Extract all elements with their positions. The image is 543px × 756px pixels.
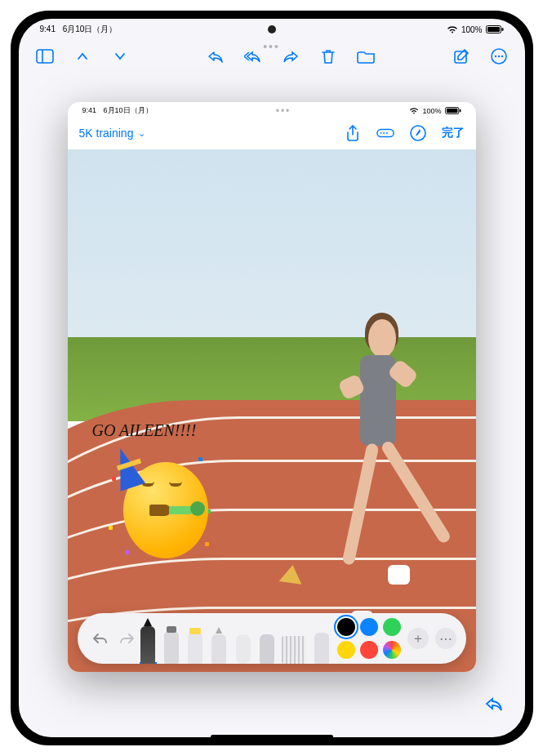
color-red[interactable] xyxy=(360,641,378,659)
compose-icon[interactable] xyxy=(452,47,471,66)
marker-tool[interactable] xyxy=(163,626,180,664)
track-arrow xyxy=(278,563,304,585)
next-message-icon[interactable] xyxy=(110,47,130,66)
party-face-emoji[interactable] xyxy=(109,452,215,558)
more-icon[interactable] xyxy=(489,47,509,66)
color-yellow[interactable] xyxy=(337,641,355,659)
redo-button[interactable] xyxy=(117,629,136,648)
reply-all-icon[interactable] xyxy=(243,47,263,66)
palette-more-button[interactable]: ⋯ xyxy=(435,628,456,649)
svg-rect-2 xyxy=(501,28,503,31)
autoshape-icon[interactable] xyxy=(376,124,394,142)
document-title-button[interactable]: 5K training ⌄ xyxy=(79,127,146,140)
eraser-tool[interactable] xyxy=(234,631,251,664)
color-wells xyxy=(337,618,401,659)
svg-point-15 xyxy=(383,132,385,134)
svg-rect-12 xyxy=(459,109,461,113)
fg-date: 6月10日（月） xyxy=(104,106,153,114)
ruler-tool[interactable] xyxy=(282,631,306,664)
svg-rect-3 xyxy=(37,50,53,63)
bg-reply-icon[interactable] xyxy=(484,696,504,713)
prev-message-icon[interactable] xyxy=(73,47,92,66)
fg-wifi-icon xyxy=(409,107,419,114)
fg-battery-icon xyxy=(445,107,461,114)
color-black[interactable] xyxy=(337,618,355,636)
color-picker-button[interactable] xyxy=(383,641,401,659)
undo-button[interactable] xyxy=(91,629,110,648)
add-button[interactable]: ＋ xyxy=(407,628,429,649)
fg-battery-pct: 100% xyxy=(422,107,441,115)
fg-multitask-dots-icon[interactable]: ••• xyxy=(276,105,292,117)
lasso-tool[interactable] xyxy=(258,631,275,664)
markup-canvas[interactable]: GO AILEEN!!!! xyxy=(68,149,476,672)
battery-pct: 100% xyxy=(461,25,483,34)
document-title: 5K training xyxy=(79,127,134,140)
highlighter-tool[interactable] xyxy=(187,628,204,664)
pencil-tool[interactable] xyxy=(211,629,228,664)
brush-tool[interactable] xyxy=(313,628,330,664)
folder-icon[interactable] xyxy=(356,47,376,66)
svg-point-9 xyxy=(501,56,502,57)
pen-tool[interactable] xyxy=(140,621,157,664)
multitask-dots-icon[interactable]: ••• xyxy=(263,40,280,53)
chevron-down-icon: ⌄ xyxy=(138,128,145,139)
fg-toolbar: 5K training ⌄ 完了 xyxy=(68,117,476,149)
home-indicator[interactable] xyxy=(211,735,333,739)
svg-rect-1 xyxy=(487,27,500,32)
svg-rect-11 xyxy=(446,109,457,113)
wifi-icon xyxy=(447,25,458,33)
runner-figure xyxy=(305,306,443,630)
svg-point-14 xyxy=(380,132,381,134)
outer-time: 9:41 xyxy=(40,24,56,33)
svg-point-7 xyxy=(494,56,496,57)
markup-panel: 9:41 6月10日（月） ••• 100% 5K training ⌄ 完了 xyxy=(68,102,476,672)
fg-status-bar: 9:41 6月10日（月） ••• 100% xyxy=(68,102,476,117)
sidebar-toggle-icon[interactable] xyxy=(35,47,55,66)
fg-time: 9:41 xyxy=(82,106,97,114)
markup-tool-palette: ＋ ⋯ xyxy=(78,613,466,664)
battery-icon xyxy=(486,25,504,33)
reply-icon[interactable] xyxy=(206,47,225,66)
share-icon[interactable] xyxy=(344,124,362,142)
color-green[interactable] xyxy=(383,618,401,636)
color-blue[interactable] xyxy=(360,618,378,636)
outer-date: 6月10日（月） xyxy=(63,24,118,33)
svg-rect-13 xyxy=(376,129,393,136)
svg-point-16 xyxy=(385,132,387,134)
svg-point-8 xyxy=(497,56,499,57)
forward-icon[interactable] xyxy=(281,47,300,66)
markup-mode-icon[interactable] xyxy=(409,124,427,142)
trash-icon[interactable] xyxy=(318,47,338,66)
annotation-text[interactable]: GO AILEEN!!!! xyxy=(92,421,197,440)
done-button[interactable]: 完了 xyxy=(442,126,465,140)
